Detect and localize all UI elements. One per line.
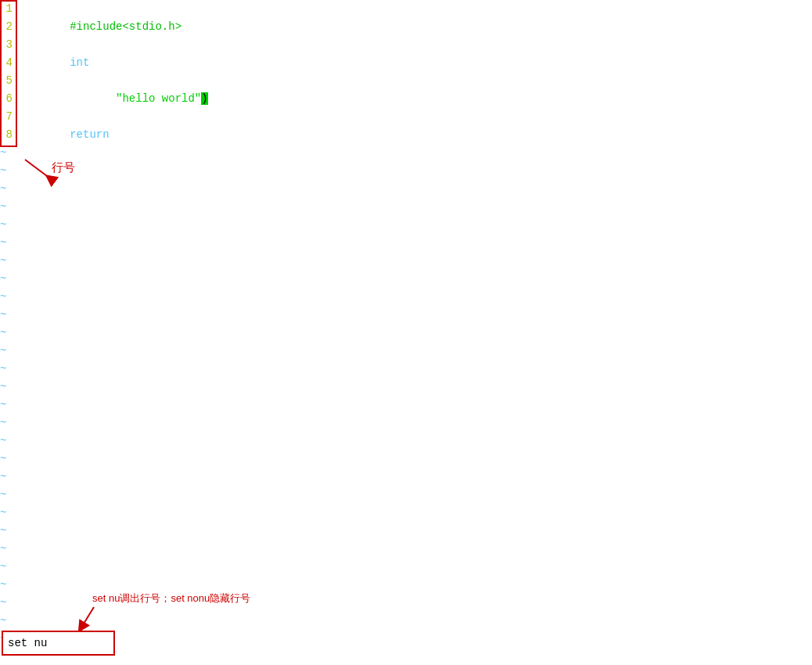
- tilde-27: ~: [0, 468, 6, 486]
- code-line-3: 3 int main(): [0, 36, 214, 54]
- tilde-18: ~: [0, 306, 6, 324]
- line-number-1: 1: [0, 0, 14, 18]
- svg-line-0: [25, 160, 50, 178]
- line-content-6: [14, 90, 17, 108]
- annotation-lineno-label: 行号: [52, 160, 75, 175]
- tilde-22: ~: [0, 378, 6, 396]
- line-content-2: [14, 18, 17, 36]
- line-content-8: }: [14, 126, 77, 144]
- tilde-lines: ~ ~ ~ ~ ~ ~ ~ ~ ~ ~ ~ ~ ~ ~ ~ ~ ~ ~ ~ ~ …: [0, 144, 6, 648]
- tilde-29: ~: [0, 504, 6, 522]
- tilde-12: ~: [0, 198, 6, 216]
- tilde-19: ~: [0, 324, 6, 342]
- line-content-7: return 0;: [14, 108, 129, 126]
- tilde-14: ~: [0, 234, 6, 252]
- annotation-bottom-label: set nu调出行号；set nonu隐藏行号: [92, 591, 250, 606]
- tilde-21: ~: [0, 360, 6, 378]
- line-content-1: #include<stdio.h>: [14, 0, 181, 18]
- tilde-16: ~: [0, 270, 6, 288]
- tilde-10: ~: [0, 162, 6, 180]
- code-line-5: 5 printf("hello world");: [0, 72, 214, 90]
- tilde-28: ~: [0, 486, 6, 504]
- tilde-24: ~: [0, 414, 6, 432]
- tilde-25: ~: [0, 432, 6, 450]
- code-line-7: 7 return 0;: [0, 108, 214, 126]
- line-number-3: 3: [0, 36, 14, 54]
- line-number-7: 7: [0, 108, 14, 126]
- tilde-30: ~: [0, 522, 6, 540]
- arrow-bottom-icon: [78, 607, 110, 631]
- tilde-20: ~: [0, 342, 6, 360]
- tilde-34: ~: [0, 594, 6, 612]
- line-number-2: 2: [0, 18, 14, 36]
- tilde-9: ~: [0, 144, 6, 162]
- command-input-box[interactable]: set nu: [2, 631, 115, 656]
- code-lines: 1 #include<stdio.h> 2 3 int main() 4 {: [0, 0, 214, 144]
- line-number-4: 4: [0, 54, 14, 72]
- svg-line-1: [81, 607, 94, 627]
- command-text: set nu: [8, 637, 47, 649]
- tilde-23: ~: [0, 396, 6, 414]
- code-line-1: 1 #include<stdio.h>: [0, 0, 214, 18]
- line-content-3: int main(): [14, 36, 135, 54]
- tilde-15: ~: [0, 252, 6, 270]
- tilde-32: ~: [0, 558, 6, 576]
- arrow-lineno-icon: [22, 156, 50, 178]
- line-number-8: 8: [0, 126, 14, 144]
- annotation-lineno: 行号: [22, 156, 75, 178]
- editor-area: 1 #include<stdio.h> 2 3 int main() 4 {: [0, 0, 812, 665]
- tilde-31: ~: [0, 540, 6, 558]
- tilde-35: ~: [0, 612, 6, 630]
- tilde-17: ~: [0, 288, 6, 306]
- tilde-11: ~: [0, 180, 6, 198]
- tilde-13: ~: [0, 216, 6, 234]
- line-content-4: {: [14, 54, 77, 72]
- line-content-5: printf("hello world");: [14, 72, 214, 90]
- annotation-bottom: set nu调出行号；set nonu隐藏行号: [78, 591, 250, 634]
- line-number-6: 6: [0, 90, 14, 108]
- tilde-26: ~: [0, 450, 6, 468]
- tilde-33: ~: [0, 576, 6, 594]
- line-number-5: 5: [0, 72, 14, 90]
